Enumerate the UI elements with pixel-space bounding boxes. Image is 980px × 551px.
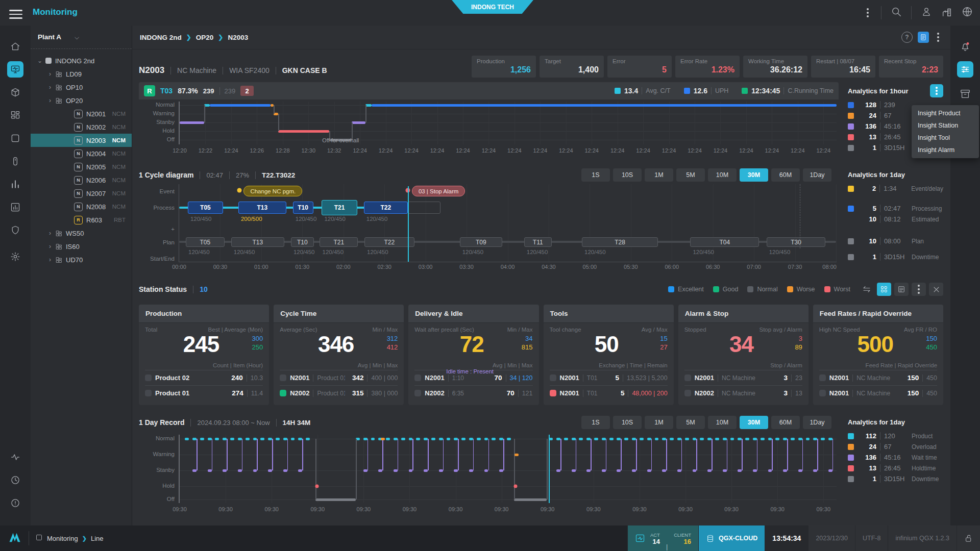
sidebar-item-n2001[interactable]: NN2001NCM	[31, 107, 132, 120]
sidebar-item-ld09[interactable]: ›LD09	[31, 67, 132, 81]
sidebar-item-indong-2nd[interactable]: ⌄INDONG 2nd	[31, 54, 132, 67]
plan-bar-t10[interactable]: T10	[291, 237, 314, 247]
active-tool-label[interactable]: T03	[160, 87, 173, 95]
sidebar-item-ws50[interactable]: ›WS50	[31, 227, 132, 240]
report-icon[interactable]	[7, 199, 23, 215]
plan-bar-t13[interactable]: T13	[231, 237, 284, 247]
filter-settings-icon[interactable]	[957, 61, 973, 78]
interval-button-30m[interactable]: 30M	[740, 416, 768, 429]
card-data-row[interactable]: N2001Product 01342400 | 000	[280, 370, 398, 385]
chevron-right-icon[interactable]: ›	[47, 97, 53, 104]
chevron-right-icon[interactable]: ›	[47, 84, 53, 91]
interval-button-1s[interactable]: 1S	[581, 168, 610, 182]
interval-button-60m[interactable]: 60M	[771, 168, 800, 182]
interval-button-1m[interactable]: 1M	[645, 168, 673, 182]
more-options-icon[interactable]	[934, 33, 942, 42]
menu-item-insight-station[interactable]: Insight Station	[912, 119, 979, 132]
event-badge[interactable]: Change NC pgm.	[243, 186, 302, 196]
interval-button-1day[interactable]: 1Day	[803, 416, 831, 429]
event-badge[interactable]: 03 | Stop Alarm	[412, 186, 465, 196]
chevron-right-icon[interactable]: ›	[47, 230, 53, 237]
plan-bar-t05[interactable]: T05	[186, 237, 225, 247]
sensor-icon[interactable]	[7, 153, 23, 169]
chevron-right-icon[interactable]: ›	[47, 256, 53, 263]
breadcrumb-item[interactable]: INDONG 2nd	[140, 34, 182, 41]
clock-icon[interactable]	[7, 472, 23, 488]
analytics-menu-button[interactable]	[930, 84, 943, 97]
card-data-row[interactable]: Product 0127411.4	[145, 385, 263, 400]
plan-bar-t30[interactable]: T30	[767, 237, 826, 247]
card-data-row[interactable]: N2001NC Machine323	[684, 370, 802, 385]
settings-gear-icon[interactable]	[7, 248, 23, 265]
panel-icon[interactable]	[7, 130, 23, 146]
card-data-row[interactable]: N2001NC Machine150450	[819, 385, 937, 400]
sidebar-item-n2007[interactable]: NN2007NCM	[31, 187, 132, 200]
interval-button-1s[interactable]: 1S	[581, 416, 610, 429]
card-data-row[interactable]: N2001T01548,000 | 200	[550, 385, 668, 400]
grid-view-icon[interactable]	[877, 283, 891, 296]
more-options-icon[interactable]	[864, 8, 872, 17]
document-view-icon[interactable]	[918, 32, 929, 43]
process-bar-t10[interactable]: T10	[293, 202, 313, 214]
swap-view-icon[interactable]	[860, 283, 874, 296]
hamburger-menu-icon[interactable]	[9, 7, 22, 18]
sidebar-item-is60[interactable]: ›IS60	[31, 240, 132, 253]
sidebar-item-n2002[interactable]: NN2002NCM	[31, 120, 132, 134]
plan-bar-t04[interactable]: T04	[690, 237, 759, 247]
menu-item-insight-product[interactable]: Insight Product	[912, 107, 979, 119]
plan-bar-t28[interactable]: T28	[582, 237, 658, 247]
sidebar-item-n2003[interactable]: NN2003NCM	[31, 134, 132, 147]
modules-icon[interactable]	[7, 107, 23, 123]
card-data-row[interactable]: N2001T01513,523 | 5,200	[550, 370, 668, 385]
pulse-icon[interactable]	[7, 449, 23, 465]
chevron-right-icon[interactable]: ›	[47, 70, 53, 78]
more-options-icon[interactable]	[912, 283, 926, 296]
notification-bell-icon[interactable]	[957, 38, 973, 55]
interval-button-1m[interactable]: 1M	[645, 416, 673, 429]
bar-chart-icon[interactable]	[7, 176, 23, 192]
interval-button-30m[interactable]: 30M	[740, 168, 768, 182]
home-icon[interactable]	[7, 38, 23, 55]
globe-icon[interactable]	[962, 6, 973, 19]
unlock-icon[interactable]	[957, 525, 980, 551]
plant-selector[interactable]: Plant A ⌵	[31, 26, 132, 49]
card-data-row[interactable]: N2001NC Machine150450	[819, 370, 937, 385]
sidebar-item-op10[interactable]: ›OP10	[31, 81, 132, 94]
archive-box-icon[interactable]	[957, 86, 973, 102]
sidebar-item-n2008[interactable]: NN2008NCM	[31, 200, 132, 213]
interval-button-10m[interactable]: 10M	[708, 416, 737, 429]
list-view-icon[interactable]	[894, 283, 909, 296]
sidebar-item-ud70[interactable]: ›UD70	[31, 253, 132, 266]
card-data-row[interactable]: N2002Product 01315380 | 000	[280, 385, 398, 400]
interval-button-60m[interactable]: 60M	[771, 416, 800, 429]
help-icon[interactable]: ?	[901, 32, 913, 43]
sidebar-item-n2005[interactable]: NN2005NCM	[31, 160, 132, 173]
chevron-down-icon[interactable]: ⌄	[37, 57, 43, 64]
plan-bar-t09[interactable]: T09	[460, 237, 503, 247]
interval-button-1day[interactable]: 1Day	[803, 168, 831, 182]
search-icon[interactable]	[891, 6, 902, 19]
interval-button-5m[interactable]: 5M	[676, 416, 705, 429]
cloud-status[interactable]: QGX-CLOUD	[698, 525, 765, 551]
user-icon[interactable]	[921, 6, 932, 19]
card-data-row[interactable]: N20026:3570121	[414, 385, 532, 400]
plan-bar-t22[interactable]: T22	[364, 237, 414, 247]
close-icon[interactable]	[929, 283, 943, 296]
shield-icon[interactable]	[7, 222, 23, 238]
plan-bar-t11[interactable]: T11	[524, 237, 552, 247]
footer-page-name[interactable]: Line	[91, 535, 104, 542]
sidebar-item-r603[interactable]: RR603RBT	[31, 213, 132, 227]
interval-button-10s[interactable]: 10S	[613, 416, 642, 429]
sidebar-item-op20[interactable]: ›OP20	[31, 94, 132, 107]
package-icon[interactable]	[7, 84, 23, 101]
breadcrumb-item[interactable]: OP20	[196, 34, 214, 41]
card-data-row[interactable]: Product 0224010.3	[145, 370, 263, 385]
factory-icon[interactable]	[941, 6, 952, 19]
alert-info-icon[interactable]	[7, 495, 23, 511]
process-bar-t21[interactable]: T21	[322, 200, 357, 215]
plan-bar-t21[interactable]: T21	[320, 237, 358, 247]
process-bar-t05[interactable]: T05	[188, 202, 223, 214]
menu-item-insight-alarm[interactable]: Insight Alarm	[912, 144, 979, 156]
sidebar-item-n2006[interactable]: NN2006NCM	[31, 173, 132, 187]
interval-button-10s[interactable]: 10S	[613, 168, 642, 182]
